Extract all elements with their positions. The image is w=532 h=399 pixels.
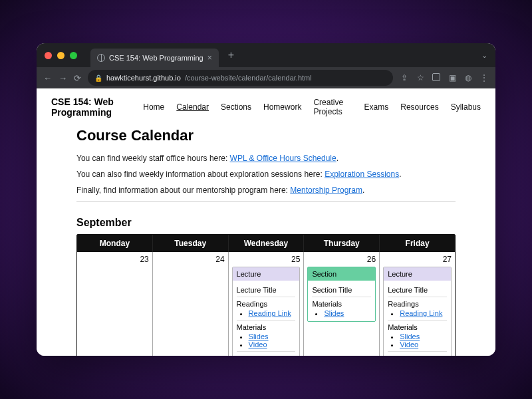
intro-line-3: Finally, find information about our ment… [76,186,456,195]
nav-creative-projects[interactable]: Creative Projects [313,98,352,116]
minimize-window-button[interactable] [57,52,65,59]
calendar-header: Monday Tuesday Wednesday Thursday Friday [77,235,455,252]
page-content: Course Calendar You can find weekly staf… [37,124,495,356]
nav-exams[interactable]: Exams [364,102,389,112]
back-button[interactable]: ← [43,73,52,83]
slides-link[interactable]: Slides [249,332,269,340]
divider [76,201,456,202]
video-link[interactable]: Video [400,340,418,348]
reload-button[interactable]: ⟳ [74,73,81,83]
intro-block: You can find weekly staff office hours h… [76,154,456,195]
section-materials: Materials [312,297,371,308]
cell-thu: 26 Section Section Title Materials Slide… [304,252,380,356]
day-number: 26 [307,255,376,264]
section-readings: Readings [388,297,447,308]
page-viewport: CSE 154: Web Programming Home Calendar S… [37,88,495,356]
extensions-icon[interactable] [432,73,441,83]
card-body: Section Title Materials Slides [308,281,375,321]
bookmark-icon[interactable]: ☆ [416,73,425,83]
toolbar-right: ⇪ ☆ ▣ ◍ ⋮ [400,73,489,83]
reading-link[interactable]: Reading Link [400,309,442,317]
nav-homework[interactable]: Homework [263,102,301,112]
col-thursday: Thursday [304,235,380,252]
day-number: 27 [383,255,452,264]
nav-home[interactable]: Home [143,102,164,112]
reading-link[interactable]: Reading Link [249,309,291,317]
url-field[interactable]: 🔒 hawkticehurst.github.io/course-website… [88,70,393,86]
url-path: /course-website/calendar/calendar.html [185,74,312,82]
section-materials: Materials [237,320,296,331]
slides-link[interactable]: Slides [400,332,420,340]
forward-button[interactable]: → [59,73,67,83]
lecture-card[interactable]: Lecture Lecture Title Readings Reading L… [383,267,452,356]
site-nav: CSE 154: Web Programming Home Calendar S… [37,88,495,124]
cell-fri: 27 Lecture Lecture Title Readings Readin… [380,252,455,356]
card-label: Lecture [233,267,300,281]
close-tab-icon[interactable]: × [207,53,212,63]
col-wednesday: Wednesday [229,235,305,252]
section-readings: Readings [237,297,296,308]
video-link[interactable]: Video [249,340,267,348]
exploration-sessions-link[interactable]: Exploration Sessions [325,170,399,179]
day-number: 24 [156,255,225,264]
window-controls [45,52,77,59]
col-tuesday: Tuesday [153,235,229,252]
page-title: Course Calendar [76,127,456,144]
section-title: Section Title [312,286,371,294]
cell-mon: 23 [77,252,153,356]
address-bar: ← → ⟳ 🔒 hawkticehurst.github.io/course-w… [37,67,495,88]
share-icon[interactable]: ⇪ [400,73,409,83]
titlebar: CSE 154: Web Programming × + ⌄ [37,43,495,67]
app-icon[interactable]: ▣ [448,73,457,83]
nav-calendar[interactable]: Calendar [176,102,209,112]
browser-tab[interactable]: CSE 154: Web Programming × [90,49,219,67]
day-number: 25 [232,255,301,264]
card-label: Section [308,267,375,281]
section-card[interactable]: Section Section Title Materials Slides [307,267,376,322]
lecture-card[interactable]: Lecture Lecture Title Readings Reading L… [232,267,301,356]
slides-link[interactable]: Slides [324,309,344,317]
lecture-title: Lecture Title [237,286,296,294]
nav-resources[interactable]: Resources [400,102,438,112]
col-friday: Friday [380,235,455,252]
tab-title: CSE 154: Web Programming [109,54,203,62]
section-extra: Extra Resources [237,351,296,356]
office-hours-link[interactable]: WPL & Office Hours Schedule [230,154,336,163]
tab-overflow-icon[interactable]: ⌄ [481,51,487,60]
card-body: Lecture Title Readings Reading Link Mate… [233,281,300,356]
nav-sections[interactable]: Sections [221,102,251,112]
calendar: Monday Tuesday Wednesday Thursday Friday… [76,234,456,356]
intro-line-2: You can also find weekly information abo… [76,170,456,179]
globe-icon [97,54,105,62]
mentorship-program-link[interactable]: Mentorship Program [290,186,362,195]
lock-icon: 🔒 [94,74,102,82]
cell-tue: 24 [153,252,229,356]
lecture-title: Lecture Title [388,286,447,294]
card-label: Lecture [384,267,451,281]
section-extra: Extra Resources [388,351,447,356]
month-heading: September [76,217,456,229]
profile-icon[interactable]: ◍ [464,73,473,83]
section-materials: Materials [388,320,447,331]
col-monday: Monday [77,235,153,252]
url-domain: hawkticehurst.github.io [106,74,181,82]
site-brand: CSE 154: Web Programming [51,96,131,118]
intro-line-1: You can find weekly staff office hours h… [76,154,456,163]
calendar-row: 23 24 25 Lecture Lecture Title Readi [77,252,455,356]
card-body: Lecture Title Readings Reading Link Mate… [384,281,451,356]
nav-syllabus[interactable]: Syllabus [451,102,481,112]
day-number: 23 [80,255,149,264]
browser-window: CSE 154: Web Programming × + ⌄ ← → ⟳ 🔒 h… [37,43,495,356]
menu-icon[interactable]: ⋮ [479,73,489,83]
new-tab-button[interactable]: + [228,49,234,61]
fullscreen-window-button[interactable] [70,52,77,59]
close-window-button[interactable] [45,52,52,59]
cell-wed: 25 Lecture Lecture Title Readings Readin… [229,252,305,356]
